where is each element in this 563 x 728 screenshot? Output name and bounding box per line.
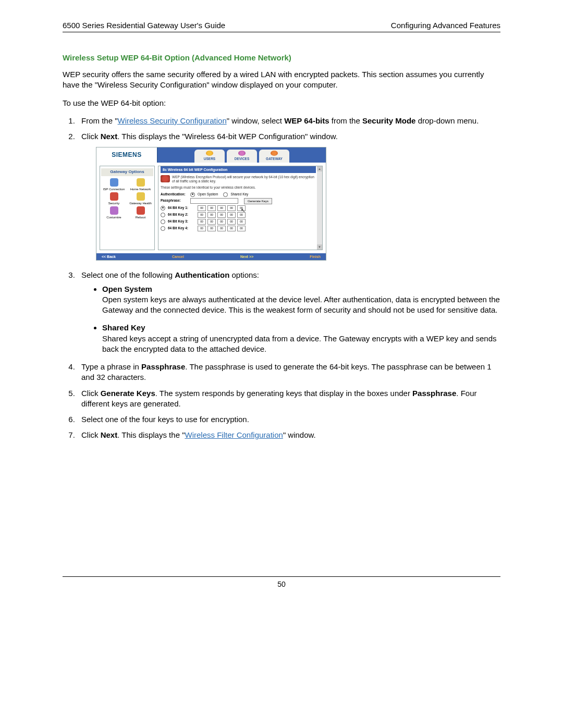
step-3: Select one of the following Authenticati…: [77, 270, 500, 354]
step-6: Select one of the four keys to use for e…: [77, 414, 500, 425]
section-title: Wireless Setup WEP 64-Bit Option (Advanc…: [63, 53, 500, 62]
key3-box1[interactable]: 00: [198, 219, 206, 225]
radio-open-system[interactable]: [190, 192, 195, 197]
cancel-button[interactable]: Cancel: [172, 254, 184, 259]
sidebar-item-gateway-health[interactable]: Gateway Health: [128, 192, 153, 205]
key4-box3[interactable]: 00: [217, 226, 226, 231]
step-2: Click Next. This displays the "Wireless …: [77, 131, 500, 261]
top-nav: USERS DEVICES GATEWAY: [158, 147, 326, 163]
panel-description: WEP (Wireless Encryption Protocol) will …: [172, 175, 316, 183]
page-header: 6500 Series Residential Gateway User's G…: [63, 21, 500, 30]
header-right: Configuring Advanced Features: [391, 21, 500, 30]
key1-box3[interactable]: 00: [217, 205, 226, 211]
link-wireless-security-config[interactable]: Wireless Security Configuration: [118, 116, 227, 125]
key3-box3[interactable]: 00: [217, 219, 226, 225]
sidebar-item-reboot[interactable]: Reboot: [128, 206, 153, 219]
lead-in: To use the WEP 64-bit option:: [63, 98, 500, 108]
wep-config-screenshot: SIEMENS USERS DEVICES GATEWAY Gateway Op…: [96, 147, 326, 261]
tab-gateway[interactable]: GATEWAY: [259, 150, 289, 163]
radio-shared-key[interactable]: [223, 192, 228, 197]
page-number: 50: [63, 576, 500, 588]
key3-box2[interactable]: 00: [207, 219, 216, 225]
button-bar: << Back Cancel Next >> Finish: [96, 253, 326, 260]
key-row-4: 64 Bit Key 4: 00 00 00 00 00: [161, 226, 316, 231]
key2-box2[interactable]: 00: [207, 212, 216, 218]
key1-box5[interactable]: 00: [237, 205, 246, 211]
radio-key-3[interactable]: [161, 219, 165, 224]
key4-box1[interactable]: 00: [198, 226, 206, 231]
key2-box4[interactable]: 00: [227, 212, 236, 218]
sidebar-item-home-network[interactable]: Home Network: [128, 178, 153, 191]
reboot-icon: [137, 206, 145, 215]
key2-box3[interactable]: 00: [217, 212, 226, 218]
key-row-2: 64 Bit Key 2: 00 00 00 00 00: [161, 212, 316, 218]
customize-icon: [110, 206, 118, 215]
sidebar: Gateway Options ISP Connection Home Netw…: [100, 166, 155, 250]
security-icon: [110, 192, 118, 201]
step-4: Type a phrase in Passphrase. The passphr…: [77, 362, 500, 383]
key1-box2[interactable]: 00: [207, 205, 216, 211]
sidebar-item-customize[interactable]: Customize: [101, 206, 127, 219]
gateway-icon: [271, 151, 278, 156]
key2-box1[interactable]: 00: [198, 212, 206, 218]
key4-box4[interactable]: 00: [227, 226, 236, 231]
key3-box5[interactable]: 00: [237, 219, 246, 225]
next-button[interactable]: Next >>: [240, 254, 253, 259]
key4-box2[interactable]: 00: [207, 226, 216, 231]
link-wireless-filter-config[interactable]: Wireless Filter Configuration: [185, 430, 283, 439]
finish-button[interactable]: Finish: [310, 254, 321, 259]
back-button[interactable]: << Back: [102, 254, 116, 259]
step-1: From the "Wireless Security Configuratio…: [77, 116, 500, 126]
auth-row: Authentication: Open System Shared Key: [161, 192, 316, 197]
key4-box5[interactable]: 00: [237, 226, 246, 231]
passphrase-input[interactable]: [190, 198, 238, 204]
radio-key-1[interactable]: [161, 206, 165, 211]
passphrase-row: Passphrase: Generate Keys: [161, 198, 316, 204]
devices-icon: [238, 151, 246, 156]
wep-icon: [161, 175, 170, 182]
tab-devices[interactable]: DEVICES: [227, 150, 257, 163]
home-network-icon: [137, 178, 145, 187]
header-rule: [63, 32, 500, 32]
key1-box1[interactable]: 00: [198, 205, 206, 211]
tab-users[interactable]: USERS: [194, 150, 225, 163]
users-icon: [206, 151, 213, 156]
bullet-shared-key: Shared Key Shared keys accept a string o…: [102, 323, 500, 354]
key2-box5[interactable]: 00: [237, 212, 246, 218]
isp-connection-icon: [110, 178, 118, 187]
key3-box4[interactable]: 00: [227, 219, 236, 225]
brand-logo: SIEMENS: [96, 147, 158, 163]
step-7: Click Next. This displays the "Wireless …: [77, 430, 500, 440]
bullet-open-system: Open System Open system keys are always …: [102, 284, 500, 316]
sidebar-item-security[interactable]: Security: [101, 192, 127, 205]
step-5: Click Generate Keys. The system responds…: [77, 388, 500, 410]
sidebar-title: Gateway Options: [101, 168, 153, 176]
header-left: 6500 Series Residential Gateway User's G…: [63, 21, 225, 30]
key1-box4[interactable]: 00: [227, 205, 236, 211]
radio-key-4[interactable]: [161, 226, 165, 231]
gateway-health-icon: [137, 192, 145, 201]
sidebar-item-isp-connection[interactable]: ISP Connection: [101, 178, 127, 191]
generate-keys-button[interactable]: Generate Keys: [244, 198, 272, 204]
key-row-1: 64 Bit Key 1: 00 00 00 00 00: [161, 205, 316, 211]
panel-title: 8c Wireless 64 bit WEP Configuration: [161, 166, 316, 173]
intro-paragraph: WEP security offers the same security of…: [63, 69, 500, 91]
scrollbar[interactable]: [317, 166, 322, 250]
key-row-3: 64 Bit Key 3: 00 00 00 00 00: [161, 219, 316, 225]
content-panel: 8c Wireless 64 bit WEP Configuration WEP…: [158, 166, 323, 250]
panel-note: These settings must be identical to your…: [161, 186, 316, 190]
radio-key-2[interactable]: [161, 213, 165, 217]
